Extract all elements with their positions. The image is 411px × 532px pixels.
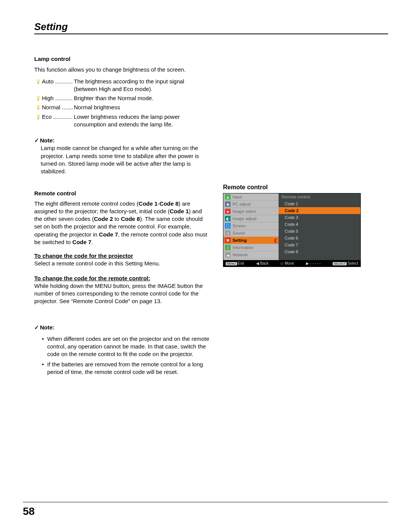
- remote-note-item: • When different codes are set on the pr…: [42, 335, 209, 358]
- bulb-icon: 💡: [34, 113, 42, 120]
- osd-menu-icon: ▲: [225, 194, 231, 200]
- osd-menu-item: ☐Screen: [223, 222, 279, 230]
- osd-code-item: Code 5: [279, 228, 360, 235]
- lamp-note-body: Lamp mode cannot be changed for a while …: [41, 144, 209, 175]
- right-column: Remote control ▲Input■PC adjust●Image se…: [223, 55, 368, 378]
- osd-footer-back: ◀ Back: [256, 261, 269, 265]
- osd-menu-label: Image adjust: [233, 216, 256, 221]
- osd-footer-select: SELECTSelect: [333, 261, 358, 265]
- chevron-right-icon: ❮: [274, 238, 277, 243]
- osd-code-item: Code 6: [279, 235, 360, 241]
- osd-screenshot: ▲Input■PC adjust●Image select◐Image adju…: [223, 193, 361, 267]
- osd-menu-label: Input: [233, 195, 242, 199]
- osd-menu-icon: ♫: [225, 230, 231, 236]
- osd-code-list: Code 1Code 2Code 3Code 4Code 5Code 6Code…: [279, 200, 360, 255]
- lamp-option-desc: Normal brightness: [74, 104, 209, 111]
- lamp-option-desc: Lower brightness reduces the lamp power …: [74, 113, 209, 129]
- osd-menu-label: Screen: [233, 224, 246, 228]
- osd-menu-item: ■PC adjust: [223, 201, 279, 208]
- lamp-option-high: 💡 High ........... Brighter than the Nor…: [34, 94, 209, 102]
- osd-menu-label: Sound: [233, 231, 245, 235]
- osd-menu-item: ♫Sound: [223, 230, 279, 237]
- left-column: Lamp control This function allows you to…: [34, 55, 209, 378]
- lamp-option-label: High ...........: [42, 94, 74, 102]
- osd-code-item: Code 1: [279, 200, 360, 207]
- bulb-icon: 💡: [34, 78, 42, 85]
- osd-menu-item: ⚒Setting❮: [223, 237, 279, 244]
- page-title: Setting: [34, 21, 388, 34]
- lamp-options-list: 💡 Auto ........... The brightness accord…: [34, 78, 209, 129]
- osd-menu-item: ◐Image adjust: [223, 215, 279, 222]
- lamp-option-label: Normal .......: [42, 104, 74, 111]
- osd-menu-icon: ⚒: [225, 238, 231, 243]
- osd-footer-move: ◇ Move: [280, 261, 294, 265]
- osd-menu-icon: ●: [225, 209, 231, 214]
- osd-footer-dashes: ▶ - - - - -: [306, 261, 321, 265]
- lamp-option-label: Auto ...........: [42, 78, 74, 85]
- osd-code-item: Code 3: [279, 214, 360, 221]
- osd-right-title: Remote control: [279, 193, 360, 200]
- bullet-icon: •: [42, 335, 47, 358]
- bulb-icon: 💡: [34, 104, 42, 110]
- osd-right-panel: Remote control Code 1Code 2Code 3Code 4C…: [279, 193, 360, 260]
- osd-code-item: Code 7: [279, 241, 360, 248]
- osd-menu-item: iInformation: [223, 244, 279, 251]
- osd-menu-label: Information: [233, 245, 253, 250]
- note-label: Note:: [34, 137, 54, 144]
- remote-control-heading: Remote control: [34, 190, 209, 197]
- lamp-intro: This function allows you to change brigh…: [34, 66, 209, 73]
- osd-code-item: Code 4: [279, 221, 360, 228]
- change-code-projector-heading: To change the code for the projector: [34, 252, 133, 259]
- bullet-icon: •: [42, 361, 47, 376]
- lamp-option-label: Eco ............: [42, 113, 74, 121]
- osd-menu-item: ▲Input: [223, 193, 279, 201]
- osd-menu-list: ▲Input■PC adjust●Image select◐Image adju…: [223, 193, 279, 260]
- lamp-option-desc: The brightness according to the input si…: [74, 78, 209, 93]
- page-number: 58: [23, 505, 35, 518]
- change-code-projector-body: Select a remote control code in this Set…: [34, 260, 160, 267]
- osd-menu-label: Image select: [233, 209, 256, 214]
- lamp-option-eco: 💡 Eco ............ Lower brightness redu…: [34, 113, 209, 129]
- osd-menu-icon: i: [225, 245, 231, 250]
- lamp-option-auto: 💡 Auto ........... The brightness accord…: [34, 78, 209, 93]
- osd-menu-icon: ■: [225, 201, 231, 207]
- osd-code-item: Code 2: [279, 207, 360, 214]
- note-label: Note:: [34, 324, 54, 331]
- osd-caption: Remote control: [223, 184, 368, 191]
- lamp-option-normal: 💡 Normal ....... Normal brightness: [34, 104, 209, 111]
- osd-footer: MENUExit ◀ Back ◇ Move ▶ - - - - - SELEC…: [223, 260, 360, 267]
- osd-footer-exit: MENUExit: [226, 261, 244, 265]
- osd-menu-label: Setting: [233, 238, 247, 243]
- change-code-remote-heading: To change the code for the remote contro…: [34, 275, 150, 281]
- osd-code-item: Code 8: [279, 248, 360, 255]
- remote-notes-list: • When different codes are set on the pr…: [42, 335, 209, 376]
- osd-menu-icon: ☐: [225, 223, 231, 228]
- lamp-control-heading: Lamp control: [34, 55, 209, 63]
- osd-menu-label: Network: [233, 252, 248, 257]
- osd-menu-label: PC adjust: [233, 202, 251, 206]
- lamp-option-desc: Brighter than the Normal mode.: [74, 94, 209, 102]
- osd-menu-item: ☁Network: [223, 251, 279, 259]
- osd-menu-item: ●Image select: [223, 208, 279, 215]
- osd-menu-icon: ☁: [225, 252, 231, 257]
- remote-control-paragraph: The eight different remote control codes…: [34, 200, 209, 246]
- footer-rule: [23, 502, 388, 502]
- osd-menu-icon: ◐: [225, 216, 231, 221]
- bulb-icon: 💡: [34, 94, 42, 101]
- remote-note-item: • If the batteries are removed from the …: [42, 361, 209, 376]
- change-code-remote-body: While holding down the MENU button, pres…: [34, 283, 203, 305]
